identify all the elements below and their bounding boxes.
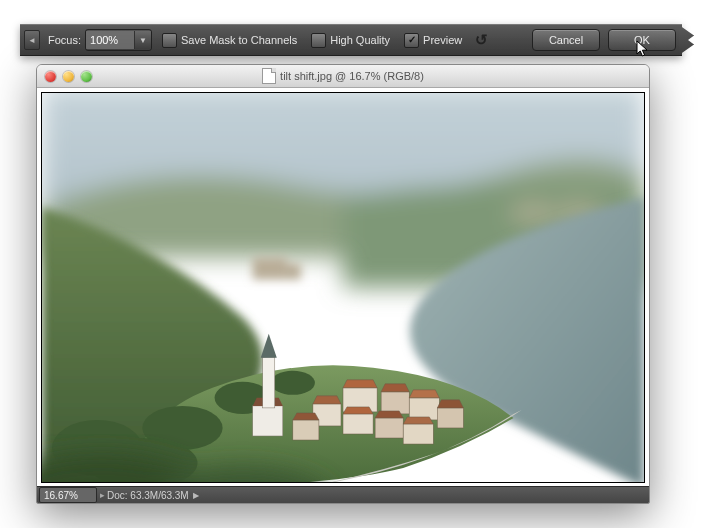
document-window-shadow: tilt shift.jpg @ 16.7% (RGB/8) [36,64,650,504]
window-titlebar[interactable]: tilt shift.jpg @ 16.7% (RGB/8) [37,65,649,88]
svg-rect-7 [287,263,301,279]
svg-rect-2 [529,205,543,219]
svg-rect-1 [514,207,524,219]
status-separator: ▸ [97,487,107,503]
svg-marker-30 [403,417,433,424]
svg-rect-23 [293,420,319,440]
svg-marker-16 [381,384,409,392]
svg-marker-14 [343,380,377,388]
svg-rect-3 [549,209,561,219]
high-quality-checkbox[interactable] [311,33,326,48]
chevron-right-icon: ▸ [100,490,105,500]
svg-marker-18 [409,390,439,398]
preview-label: Preview [421,34,466,46]
history-back-button[interactable]: ◄ [24,30,40,50]
svg-rect-27 [375,418,403,438]
svg-marker-26 [343,407,373,414]
zoom-window-button[interactable] [81,71,92,82]
traffic-lights [45,71,92,82]
svg-rect-31 [253,406,283,436]
focus-label: Focus: [40,34,85,46]
filter-options-bar: ◄ Focus: ▼ Save Mask to Channels High Qu… [20,24,682,56]
canvas-image [41,92,645,483]
status-bar: 16.67% ▸ Doc: 63.3M/63.3M ▶ [37,486,649,503]
svg-marker-20 [437,400,463,408]
high-quality-label: High Quality [328,34,394,46]
zoom-level-field[interactable]: 16.67% [39,487,97,503]
reset-icon[interactable]: ↺ [472,31,490,49]
svg-marker-28 [375,411,403,418]
svg-rect-17 [409,398,439,420]
minimize-window-button[interactable] [63,71,74,82]
ok-button[interactable]: OK [608,29,676,51]
svg-marker-22 [313,396,341,404]
preview-checkbox[interactable] [404,33,419,48]
focus-dropdown-button[interactable]: ▼ [134,31,151,49]
window-title-text: tilt shift.jpg @ 16.7% (RGB/8) [280,70,424,82]
doc-size-text: Doc: 63.3M/63.3M [107,490,189,501]
chevron-down-icon: ▼ [139,36,147,45]
canvas-area[interactable] [37,88,649,487]
zoom-level-text: 16.67% [44,490,78,501]
svg-rect-33 [263,358,275,408]
svg-rect-19 [437,408,463,428]
svg-marker-24 [293,413,319,420]
svg-point-12 [271,371,315,395]
save-mask-checkbox[interactable] [162,33,177,48]
document-window: tilt shift.jpg @ 16.7% (RGB/8) [36,64,650,504]
svg-rect-6 [253,257,287,279]
cancel-button[interactable]: Cancel [532,29,600,51]
doc-info-menu-button[interactable]: ▶ [193,491,199,500]
svg-rect-15 [381,392,409,414]
svg-rect-25 [343,414,373,434]
save-mask-label: Save Mask to Channels [179,34,301,46]
document-file-icon [262,68,276,84]
svg-rect-29 [403,424,433,444]
focus-field[interactable]: ▼ [85,29,152,51]
focus-input[interactable] [86,31,134,49]
window-title-center: tilt shift.jpg @ 16.7% (RGB/8) [37,65,649,87]
close-window-button[interactable] [45,71,56,82]
svg-marker-34 [261,334,277,358]
